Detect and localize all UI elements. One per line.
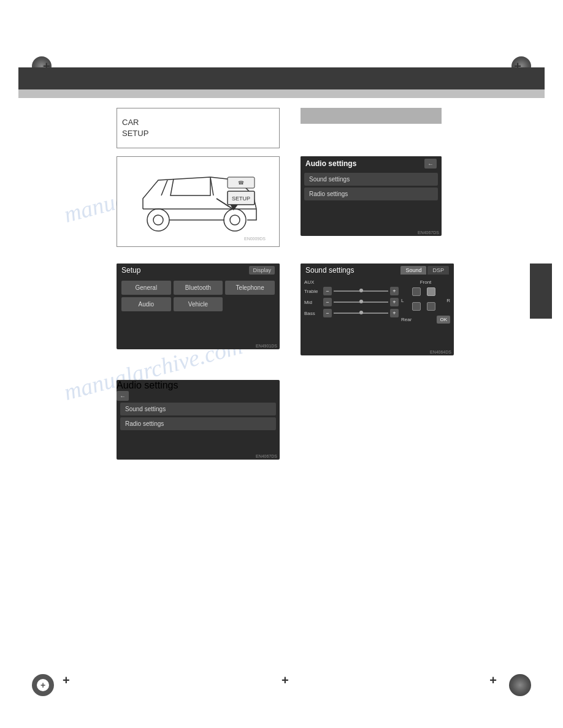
rear-label: Rear bbox=[401, 317, 412, 322]
treble-minus[interactable]: − bbox=[323, 287, 332, 295]
r-label: R bbox=[446, 298, 450, 303]
setup-panel: Setup Display General Bluetooth Telephon… bbox=[117, 264, 280, 349]
speaker-rl[interactable] bbox=[412, 302, 421, 311]
sound-panel-title-bar: Sound settings Sound DSP bbox=[301, 264, 454, 277]
audio-back-btn[interactable]: ← bbox=[424, 159, 437, 169]
bluetooth-button[interactable]: Bluetooth bbox=[174, 281, 223, 295]
reg-mark-bottom-left: + bbox=[32, 674, 54, 696]
mid-plus[interactable]: + bbox=[390, 298, 399, 306]
car-diagram-svg: SETUP CAR ☎ EN0009DS bbox=[124, 162, 272, 241]
svg-point-2 bbox=[153, 215, 163, 225]
car-diagram-box: SETUP CAR ☎ EN0009DS bbox=[117, 156, 280, 247]
audio-panel-bottom-left: Audio settings ← Sound settings Radio se… bbox=[117, 380, 280, 460]
audio-button[interactable]: Audio bbox=[121, 297, 171, 311]
mid-slider[interactable] bbox=[334, 301, 388, 303]
svg-text:☎: ☎ bbox=[238, 180, 244, 186]
telephone-button[interactable]: Telephone bbox=[225, 281, 275, 295]
reg-mark-bottom-right bbox=[509, 674, 531, 696]
dsp-tab[interactable]: DSP bbox=[427, 266, 449, 275]
sound-content: AUX Trable − + Mid − + Bass bbox=[301, 277, 454, 326]
bass-label: Bass bbox=[304, 311, 321, 316]
bass-plus[interactable]: + bbox=[390, 309, 399, 317]
audio-panel-bottom-title-bar: Audio settings ← bbox=[117, 380, 280, 401]
section-header bbox=[301, 108, 442, 124]
sound-tab-group: Sound DSP bbox=[400, 266, 449, 275]
audio-bottom-radio-settings[interactable]: Radio settings bbox=[120, 417, 276, 430]
sound-panel-code: EN4064DS bbox=[430, 350, 451, 354]
rear-ok-row: Rear OK bbox=[401, 316, 450, 324]
audio-sound-settings-item[interactable]: Sound settings bbox=[304, 173, 438, 186]
sound-panel-title: Sound settings bbox=[305, 266, 354, 275]
setup-panel-title: Setup bbox=[121, 266, 140, 275]
speaker-fr[interactable] bbox=[427, 287, 435, 296]
svg-point-3 bbox=[230, 215, 240, 225]
car-setup-text: CAR SETUP bbox=[122, 117, 148, 139]
sound-tab[interactable]: Sound bbox=[400, 266, 426, 275]
setup-panel-code: EN4901DS bbox=[256, 344, 277, 348]
crosshair-bottom-right: + bbox=[489, 674, 497, 686]
setup-grid: General Bluetooth Telephone Audio Vehicl… bbox=[117, 277, 280, 315]
audio-panel-top-right: Audio settings ← Sound settings Radio se… bbox=[301, 156, 442, 236]
setup-panel-title-bar: Setup Display bbox=[117, 264, 280, 277]
audio-panel-title: Audio settings bbox=[305, 159, 356, 168]
svg-point-1 bbox=[224, 209, 246, 231]
sound-panel: Sound settings Sound DSP AUX Trable − + … bbox=[301, 264, 454, 355]
crosshair-bottom-center: + bbox=[282, 674, 289, 686]
crosshair-bottom-left-inner: + bbox=[37, 679, 49, 691]
treble-label: Trable bbox=[304, 289, 321, 294]
crosshair-bottom-left: + bbox=[63, 674, 70, 686]
l-label: L bbox=[401, 298, 404, 303]
bass-slider[interactable] bbox=[334, 313, 388, 314]
audio-panel-title-bar: Audio settings ← bbox=[301, 156, 442, 171]
svg-point-0 bbox=[147, 209, 169, 231]
mid-label: Mid bbox=[304, 300, 321, 305]
ok-button[interactable]: OK bbox=[437, 316, 450, 324]
audio-bottom-back-btn[interactable]: ← bbox=[117, 391, 129, 401]
general-button[interactable]: General bbox=[121, 281, 171, 295]
mid-minus[interactable]: − bbox=[323, 298, 332, 306]
audio-bottom-sound-settings[interactable]: Sound settings bbox=[120, 403, 276, 415]
display-button[interactable]: Display bbox=[249, 266, 275, 275]
audio-panel-bottom-code: EN4067DS bbox=[256, 454, 277, 458]
car-setup-box: CAR SETUP bbox=[117, 108, 280, 148]
speaker-rr[interactable] bbox=[427, 302, 435, 311]
svg-text:SETUP: SETUP bbox=[232, 195, 250, 202]
svg-text:EN0009DS: EN0009DS bbox=[244, 237, 266, 241]
aux-label: AUX bbox=[304, 279, 399, 285]
top-banner bbox=[18, 67, 545, 89]
front-label: Front bbox=[401, 279, 450, 285]
top-banner-light bbox=[18, 89, 545, 98]
treble-slider[interactable] bbox=[334, 290, 388, 292]
audio-panel-code-top: EN4067DS bbox=[418, 230, 439, 235]
car-diagram: SETUP CAR ☎ EN0009DS bbox=[124, 162, 272, 241]
audio-panel-bottom-title: Audio settings bbox=[117, 380, 178, 390]
speaker-fl[interactable] bbox=[412, 287, 421, 296]
treble-plus[interactable]: + bbox=[390, 287, 399, 295]
treble-row: Trable − + bbox=[304, 287, 399, 295]
mid-row: Mid − + bbox=[304, 298, 399, 306]
audio-radio-settings-item[interactable]: Radio settings bbox=[304, 188, 438, 200]
vehicle-button[interactable]: Vehicle bbox=[174, 297, 223, 311]
bass-minus[interactable]: − bbox=[323, 309, 332, 317]
speaker-position: Front L R Rear OK bbox=[401, 279, 450, 324]
sound-controls-left: AUX Trable − + Mid − + Bass bbox=[304, 279, 399, 324]
side-color-block bbox=[530, 264, 552, 319]
speaker-grid bbox=[412, 287, 438, 313]
bass-row: Bass − + bbox=[304, 309, 399, 317]
